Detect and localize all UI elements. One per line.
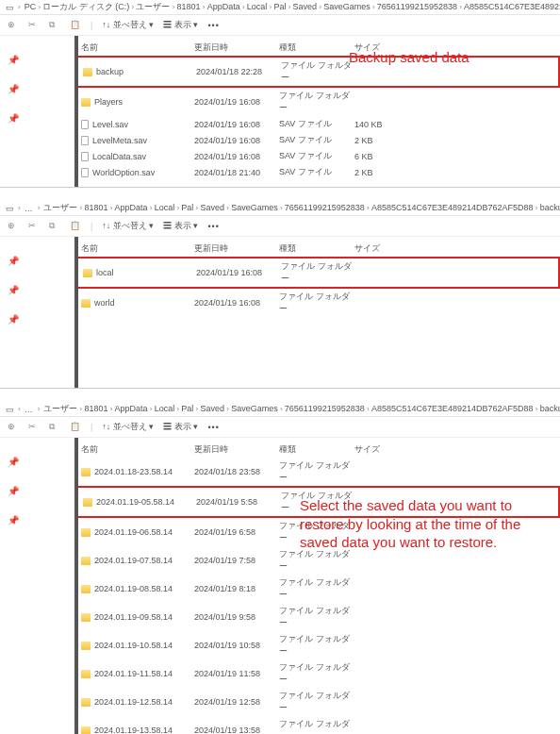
breadcrumb-segment[interactable]: A8585C514C67E3E489214DB762AF5D88 <box>464 2 560 11</box>
cut-icon[interactable]: ✂ <box>28 221 40 232</box>
sort-button[interactable]: ↑↓ 並べ替え ▾ <box>102 421 154 433</box>
table-row[interactable]: 2024.01.19-11.58.14 2024/01/19 11:58 ファイ… <box>75 659 560 688</box>
more-icon[interactable]: ••• <box>207 423 219 432</box>
table-row[interactable]: WorldOption.sav 2024/01/18 21:40 SAV ファイ… <box>75 164 560 180</box>
breadcrumb-segment[interactable]: backup <box>540 404 560 413</box>
column-headers[interactable]: 名前 更新日時 種類 サイズ <box>75 442 560 458</box>
copy-icon[interactable]: ⧉ <box>49 221 60 232</box>
col-type[interactable]: 種類 <box>279 443 354 456</box>
sort-button[interactable]: ↑↓ 並べ替え ▾ <box>102 220 154 232</box>
breadcrumb-segment[interactable]: Local <box>155 203 175 212</box>
paste-icon[interactable]: 📋 <box>70 221 81 232</box>
column-headers[interactable]: 名前 更新日時 種類 サイズ <box>75 40 560 56</box>
view-button[interactable]: ☰ 表示 ▾ <box>163 421 198 433</box>
breadcrumb[interactable]: ▭ › PC › ローカル ディスク (C:) › ユーザー › 81801 ›… <box>0 0 560 15</box>
file-date: 2024/01/19 16:08 <box>194 97 279 107</box>
table-row[interactable]: Players 2024/01/19 16:08 ファイル フォルダー <box>75 88 560 116</box>
breadcrumb-segment[interactable]: AppData <box>207 2 240 11</box>
breadcrumb-segment[interactable]: backup <box>540 203 560 212</box>
breadcrumb-segment[interactable]: Local <box>155 404 175 413</box>
pin-icon[interactable]: 📌 <box>8 285 67 295</box>
col-date[interactable]: 更新日時 <box>194 242 279 255</box>
view-button[interactable]: ☰ 表示 ▾ <box>163 220 198 232</box>
breadcrumb-segment[interactable]: Local <box>247 2 268 11</box>
table-row[interactable]: 2024.01.19-13.58.14 2024/01/19 13:58 ファイ… <box>75 716 560 734</box>
breadcrumb-segment[interactable]: 76561199215952838 <box>285 404 365 413</box>
breadcrumb-segment[interactable]: 76561199215952838 <box>285 203 365 212</box>
more-icon[interactable]: ••• <box>207 222 219 231</box>
pin-icon[interactable]: 📌 <box>8 486 67 496</box>
pin-icon[interactable]: 📌 <box>8 113 67 124</box>
breadcrumb-segment[interactable]: SaveGames <box>323 2 371 11</box>
paste-icon[interactable]: 📋 <box>70 422 81 433</box>
table-row[interactable]: 2024.01.19-09.58.14 2024/01/19 9:58 ファイル… <box>75 603 560 631</box>
table-row[interactable]: LevelMeta.sav 2024/01/19 16:08 SAV ファイル … <box>75 132 560 148</box>
pin-icon[interactable]: 📌 <box>8 314 67 325</box>
new-icon[interactable]: ⊕ <box>8 221 19 232</box>
pin-icon[interactable]: 📌 <box>8 256 67 266</box>
breadcrumb-segment[interactable]: ユーザー <box>43 203 77 212</box>
cut-icon[interactable]: ✂ <box>28 20 40 31</box>
breadcrumb-segment[interactable]: 81801 <box>84 404 107 413</box>
copy-icon[interactable]: ⧉ <box>49 422 60 433</box>
breadcrumb-segment[interactable]: Pal <box>181 404 193 413</box>
more-icon[interactable]: ••• <box>207 21 219 30</box>
breadcrumb-segment[interactable]: ローカル ディスク (C:) <box>42 2 129 11</box>
breadcrumb-segment[interactable]: AppData <box>115 203 148 212</box>
cut-icon[interactable]: ✂ <box>28 422 40 433</box>
copy-icon[interactable]: ⧉ <box>49 20 60 31</box>
col-date[interactable]: 更新日時 <box>194 42 279 54</box>
col-type[interactable]: 種類 <box>279 242 354 255</box>
column-headers[interactable]: 名前 更新日時 種類 サイズ <box>75 241 560 257</box>
breadcrumb-segment[interactable]: A8585C514C67E3E489214DB762AF5D88 <box>371 203 534 212</box>
breadcrumb[interactable]: ▭ › … › ユーザー › 81801 › AppData › Local ›… <box>0 402 560 417</box>
col-size[interactable]: サイズ <box>354 242 411 255</box>
table-row[interactable]: backup 2024/01/18 22:28 ファイル フォルダー <box>75 56 560 88</box>
breadcrumb-segment[interactable]: Saved <box>293 2 318 11</box>
folder-icon <box>81 98 91 107</box>
breadcrumb-segment[interactable]: 76561199215952838 <box>377 2 457 11</box>
table-row[interactable]: 2024.01.19-08.58.14 2024/01/19 8:18 ファイル… <box>75 575 560 603</box>
col-size[interactable]: サイズ <box>354 443 411 456</box>
breadcrumb-segment[interactable]: SaveGames <box>231 203 278 212</box>
new-icon[interactable]: ⊕ <box>8 20 19 31</box>
breadcrumb-segment[interactable]: A8585C514C67E3E489214DB762AF5D88 <box>371 404 534 413</box>
col-name[interactable]: 名前 <box>81 242 194 255</box>
breadcrumb-segment[interactable]: PC <box>25 2 37 11</box>
breadcrumb-segment[interactable]: 81801 <box>84 203 107 212</box>
breadcrumb-segment[interactable]: Saved <box>200 203 224 212</box>
col-type[interactable]: 種類 <box>279 42 354 54</box>
col-name[interactable]: 名前 <box>81 443 194 456</box>
new-icon[interactable]: ⊕ <box>8 422 19 433</box>
breadcrumb-segment[interactable]: AppData <box>115 404 148 413</box>
file-icon <box>81 168 89 177</box>
col-date[interactable]: 更新日時 <box>194 443 279 456</box>
pin-icon[interactable]: 📌 <box>8 84 67 94</box>
table-row[interactable]: 2024.01.19-12.58.14 2024/01/19 12:58 ファイ… <box>75 688 560 716</box>
table-row[interactable]: world 2024/01/19 16:08 ファイル フォルダー <box>75 289 560 317</box>
breadcrumb-segment[interactable]: 81801 <box>177 2 201 11</box>
breadcrumb[interactable]: ▭ › … › ユーザー › 81801 › AppData › Local ›… <box>0 201 560 216</box>
breadcrumb-segment[interactable]: SaveGames <box>231 404 278 413</box>
table-row[interactable]: 2024.01.18-23.58.14 2024/01/18 23:58 ファイ… <box>75 458 560 486</box>
table-row[interactable]: Level.sav 2024/01/19 16:08 SAV ファイル 140 … <box>75 116 560 132</box>
breadcrumb-segment[interactable]: Pal <box>181 203 193 212</box>
pin-icon[interactable]: 📌 <box>8 515 67 525</box>
breadcrumb-segment[interactable]: Pal <box>273 2 286 11</box>
folder-icon <box>81 299 91 308</box>
pc-icon: ▭ <box>6 204 14 213</box>
table-row[interactable]: local 2024/01/19 16:08 ファイル フォルダー <box>75 257 560 289</box>
breadcrumb-segment[interactable]: ユーザー <box>43 404 77 413</box>
col-name[interactable]: 名前 <box>81 42 194 54</box>
pin-icon[interactable]: 📌 <box>8 55 67 65</box>
breadcrumb-segment[interactable]: Saved <box>200 404 224 413</box>
sort-button[interactable]: ↑↓ 並べ替え ▾ <box>102 19 154 31</box>
paste-icon[interactable]: 📋 <box>70 20 81 31</box>
table-row[interactable]: LocalData.sav 2024/01/19 16:08 SAV ファイル … <box>75 148 560 164</box>
pin-icon[interactable]: 📌 <box>8 457 67 467</box>
folder-icon <box>81 726 91 735</box>
file-size: 6 KB <box>354 152 411 161</box>
table-row[interactable]: 2024.01.19-10.58.14 2024/01/19 10:58 ファイ… <box>75 631 560 659</box>
breadcrumb-segment[interactable]: ユーザー <box>136 2 170 11</box>
view-button[interactable]: ☰ 表示 ▾ <box>163 19 198 31</box>
